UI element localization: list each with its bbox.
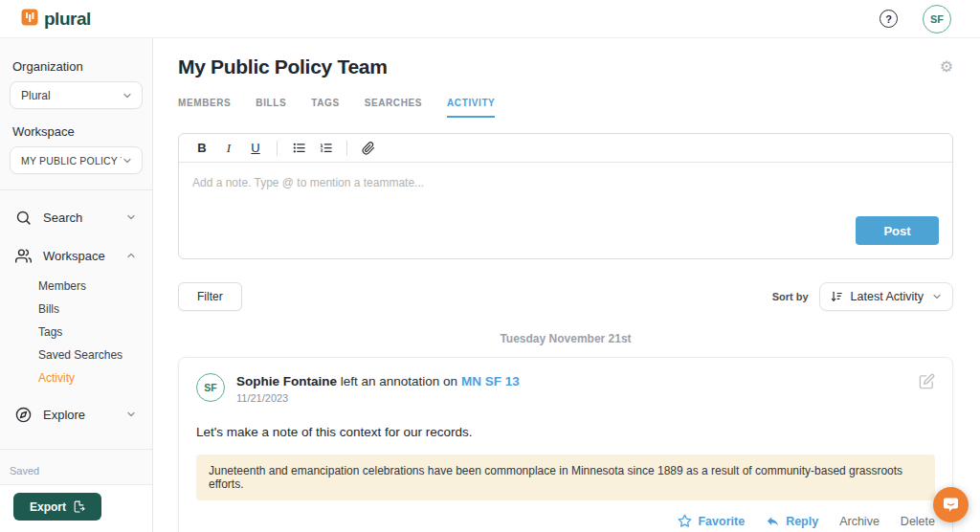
post-button[interactable]: Post — [856, 216, 939, 245]
sort-value: Latest Activity — [851, 290, 924, 303]
chat-bubble-icon — [942, 496, 960, 514]
sort-icon — [830, 290, 843, 303]
tab-searches[interactable]: SEARCHES — [365, 98, 422, 118]
sidebar-divider — [0, 189, 152, 190]
bold-button[interactable]: B — [190, 138, 213, 159]
archive-button[interactable]: Archive — [839, 515, 880, 528]
help-icon[interactable]: ? — [880, 10, 898, 28]
reply-button[interactable]: Reply — [766, 514, 818, 528]
users-icon — [15, 248, 32, 264]
sidebar-footer: Export — [0, 484, 152, 532]
favorite-label: Favorite — [698, 515, 745, 528]
workspace-submenu: Members Bills Tags Saved Searches Activi… — [0, 275, 152, 395]
compass-icon — [15, 407, 32, 423]
annotation-text: Juneteenth and emancipation celebrations… — [209, 464, 923, 491]
sort-select[interactable]: Latest Activity — [819, 282, 953, 311]
export-button[interactable]: Export — [13, 493, 101, 521]
activity-date: 11/21/2023 — [236, 392, 520, 404]
top-bar: plural ? SF — [0, 0, 980, 38]
reply-label: Reply — [786, 515, 818, 528]
user-avatar[interactable]: SF — [923, 5, 951, 33]
delete-button[interactable]: Delete — [901, 515, 935, 528]
gear-icon[interactable]: ⚙ — [940, 59, 953, 75]
bill-link[interactable]: MN SF 13 — [461, 374, 520, 388]
export-icon — [73, 500, 85, 513]
bullet-list-button[interactable] — [287, 138, 310, 159]
sidebar: Organization Plural Workspace MY PUBLIC … — [0, 38, 153, 532]
tab-bar: MEMBERS BILLS TAGS SEARCHES ACTIVITY — [178, 98, 953, 118]
plural-logo-icon — [21, 9, 38, 30]
note-editor: B I U Post — [178, 133, 953, 259]
sort-by-label: Sort by — [772, 291, 809, 302]
sidebar-item-members[interactable]: Members — [38, 275, 152, 298]
workspace-value: MY PUBLIC POLICY TE... — [21, 155, 122, 166]
logo-wordmark: plural — [44, 9, 91, 30]
star-icon — [678, 514, 692, 528]
reply-icon — [766, 514, 780, 528]
date-divider: Tuesday November 21st — [178, 332, 953, 345]
numbered-list-icon — [319, 141, 333, 155]
sidebar-item-saved-searches[interactable]: Saved Searches — [38, 344, 152, 366]
sidebar-item-bills[interactable]: Bills — [38, 298, 152, 321]
editor-toolbar: B I U — [179, 134, 952, 163]
author-avatar: SF — [196, 373, 225, 402]
sidebar-item-explore[interactable]: Explore — [0, 395, 152, 433]
note-input[interactable] — [192, 176, 939, 212]
sidebar-item-tags[interactable]: Tags — [38, 321, 152, 344]
chevron-up-icon — [125, 250, 137, 261]
archive-label: Archive — [839, 515, 880, 528]
organization-select[interactable]: Plural — [10, 81, 143, 109]
attachment-button[interactable] — [357, 138, 380, 159]
paperclip-icon — [362, 142, 375, 155]
tab-members[interactable]: MEMBERS — [178, 98, 231, 118]
toolbar-divider — [277, 141, 278, 156]
organization-label: Organization — [12, 59, 143, 74]
tab-tags[interactable]: TAGS — [311, 98, 339, 118]
favorite-button[interactable]: Favorite — [678, 514, 745, 528]
edit-icon[interactable] — [919, 373, 935, 389]
activity-action-text: left an annotation on — [341, 374, 457, 388]
delete-label: Delete — [901, 515, 935, 528]
chevron-down-icon — [125, 409, 137, 420]
sidebar-item-search[interactable]: Search — [0, 198, 152, 236]
chevron-down-icon — [931, 291, 943, 302]
annotation-highlight: Juneteenth and emancipation celebrations… — [196, 454, 935, 500]
sidebar-divider — [0, 449, 152, 450]
numbered-list-button[interactable] — [314, 138, 337, 159]
underline-button[interactable]: U — [244, 138, 267, 159]
main-content: My Public Policy Team ⚙ MEMBERS BILLS TA… — [153, 38, 980, 532]
workspace-select[interactable]: MY PUBLIC POLICY TE... — [10, 146, 143, 174]
workspace-label: Workspace — [12, 124, 143, 139]
chevron-down-icon — [122, 90, 133, 101]
sidebar-item-label: Workspace — [43, 249, 125, 263]
tab-bills[interactable]: BILLS — [256, 98, 286, 118]
chevron-down-icon — [122, 155, 133, 166]
tab-activity[interactable]: ACTIVITY — [447, 98, 495, 118]
plural-logo[interactable]: plural — [21, 9, 91, 30]
author-name: Sophie Fontaine — [236, 374, 337, 388]
sidebar-item-label: Search — [43, 211, 125, 225]
chat-launcher-button[interactable] — [933, 487, 969, 522]
sidebar-item-label: Explore — [43, 408, 125, 422]
italic-button[interactable]: I — [217, 138, 240, 159]
search-icon — [15, 210, 32, 226]
toolbar-divider — [346, 141, 347, 156]
sidebar-item-workspace[interactable]: Workspace — [0, 236, 152, 275]
bullet-list-icon — [292, 141, 306, 155]
organization-value: Plural — [21, 89, 122, 102]
export-label: Export — [30, 500, 66, 514]
chevron-down-icon — [125, 211, 137, 223]
sidebar-item-activity[interactable]: Activity — [38, 366, 152, 389]
page-title: My Public Policy Team — [178, 55, 388, 78]
activity-actions: Favorite Reply Archive Delete — [196, 514, 935, 528]
activity-headline: Sophie Fontaine left an annotation on MN… — [236, 374, 520, 388]
filter-button[interactable]: Filter — [178, 282, 242, 311]
note-body: Let's make a note of this context for ou… — [196, 425, 935, 439]
saved-section-label: Saved — [10, 465, 152, 477]
activity-card: SF Sophie Fontaine left an annotation on… — [178, 357, 953, 532]
